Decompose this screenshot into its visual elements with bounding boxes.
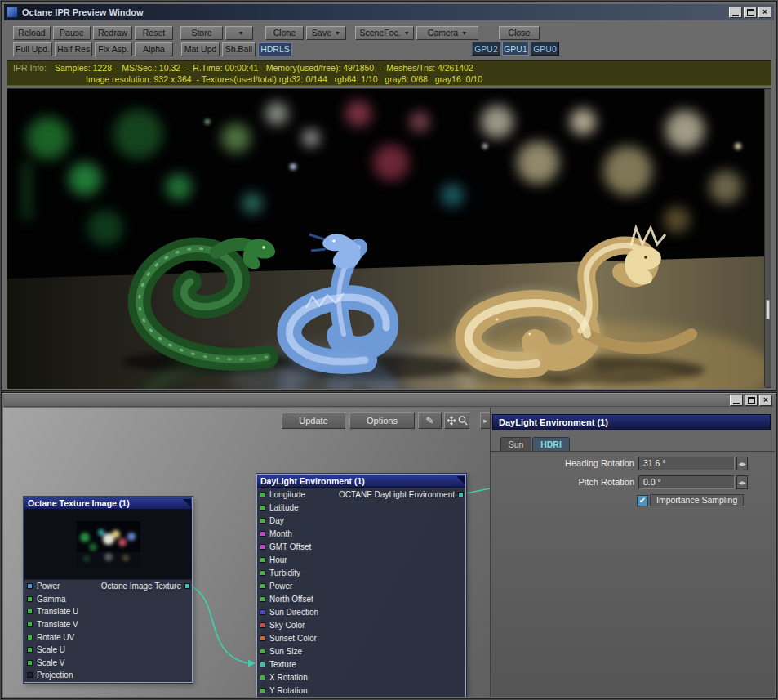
alpha-button[interactable]: Alpha (135, 42, 173, 56)
sh-ball-button[interactable]: Sh.Ball (222, 42, 256, 56)
clone-button[interactable]: Clone (265, 26, 304, 40)
heading-rotation-stepper[interactable]: ◀▶ (736, 457, 748, 470)
input-port[interactable] (260, 505, 265, 511)
importance-sampling-checkbox[interactable]: ✔ (637, 495, 648, 506)
heading-rotation-input[interactable]: 31.6 ° (638, 457, 735, 470)
node-input-row[interactable]: Translate U (24, 605, 192, 618)
node-input-row[interactable]: Sun Size (257, 644, 465, 658)
redraw-button[interactable]: Redraw (93, 26, 132, 40)
input-port[interactable] (27, 583, 33, 589)
node-input-row[interactable]: North Offset (257, 592, 465, 605)
tab-sun[interactable]: Sun (500, 437, 531, 451)
close-button[interactable]: Close (499, 26, 540, 40)
input-port[interactable] (260, 583, 265, 589)
ipr-titlebar[interactable]: Octane IPR Preview Window × (4, 4, 774, 20)
node-input-row[interactable]: Turbidity (257, 566, 465, 579)
gpu0-button[interactable]: GPU0 (531, 42, 559, 56)
close-icon[interactable]: × (758, 7, 771, 18)
maximize-icon[interactable] (744, 7, 757, 18)
node-input-row[interactable]: Month (257, 527, 465, 540)
node-input-row[interactable]: Scale U (24, 644, 192, 657)
input-port[interactable] (260, 492, 265, 497)
input-port[interactable] (260, 544, 265, 550)
tab-hdri[interactable]: HDRI (532, 437, 570, 451)
input-port[interactable] (260, 688, 265, 693)
gpu2-button[interactable]: GPU2 (472, 42, 500, 56)
node-input-row[interactable]: Texture (257, 658, 465, 671)
node-input-row[interactable]: Sunset Color (257, 631, 465, 644)
input-port[interactable] (260, 570, 265, 576)
preview-scrollbar[interactable] (764, 89, 771, 387)
node-input-row[interactable]: Hour (257, 553, 465, 566)
reload-button[interactable]: Reload (13, 26, 51, 40)
node-collapse-icon[interactable] (456, 476, 465, 484)
input-port[interactable] (27, 635, 33, 640)
update-button[interactable]: Update (282, 412, 345, 429)
output-port[interactable] (458, 492, 464, 497)
mat-upd-button[interactable]: Mat Upd (181, 42, 220, 56)
node-input-row[interactable]: Sky Color (257, 618, 465, 631)
node-output[interactable]: Octane Image Texture (101, 580, 190, 593)
input-port[interactable] (260, 518, 265, 524)
save-button[interactable]: Save▼ (306, 26, 346, 40)
node-input-row[interactable]: Day (257, 514, 465, 527)
fix-asp-button[interactable]: Fix Asp. (95, 42, 132, 56)
input-port[interactable] (260, 596, 265, 602)
input-port[interactable] (260, 635, 265, 641)
camera-button[interactable]: Camera▼ (416, 26, 478, 40)
node-titlebar[interactable]: Octane Texture Image (1) (24, 497, 192, 510)
input-port[interactable] (260, 609, 265, 615)
full-upd-button[interactable]: Full Upd. (13, 42, 52, 56)
input-port[interactable] (260, 662, 265, 667)
node-input-row[interactable]: GMT Offset (257, 540, 465, 553)
editor-titlebar[interactable]: × (4, 395, 774, 407)
node-input-row[interactable]: Gamma (24, 593, 192, 606)
input-port[interactable] (260, 649, 265, 654)
window-controls: × (730, 395, 772, 406)
input-port[interactable] (27, 609, 33, 614)
input-port[interactable] (260, 557, 265, 563)
node-daylight-environment[interactable]: DayLight Environment (1) Longitude Latit… (256, 474, 466, 697)
input-port[interactable] (27, 596, 33, 602)
node-input-row[interactable]: Power (257, 579, 465, 592)
node-input-row[interactable]: Rotate UV (24, 631, 192, 644)
pitch-rotation-input[interactable]: 0.0 ° (638, 475, 735, 489)
input-port[interactable] (27, 622, 33, 627)
maximize-icon[interactable] (745, 395, 758, 406)
store-dropdown-button[interactable]: ▼ (225, 26, 253, 40)
half-res-button[interactable]: Half Res (55, 42, 92, 56)
pitch-rotation-stepper[interactable]: ◀▶ (736, 475, 748, 489)
input-port[interactable] (260, 531, 265, 537)
gpu1-button[interactable]: GPU1 (502, 42, 529, 56)
node-input-row[interactable]: Scale V (24, 657, 192, 670)
output-port[interactable] (184, 583, 190, 589)
minimize-icon[interactable] (729, 7, 742, 18)
scenefoc-button[interactable]: SceneFoc.▼ (355, 26, 414, 40)
node-input-row[interactable]: Y Rotation (257, 684, 465, 697)
store-button[interactable]: Store (180, 26, 223, 40)
importance-sampling-label[interactable]: Importance Sampling (650, 494, 744, 506)
node-input-row[interactable]: Projection (24, 669, 192, 682)
node-input-row[interactable]: Latitude (257, 501, 465, 514)
input-port[interactable] (260, 622, 265, 628)
hdrls-button[interactable]: HDRLS (258, 42, 292, 56)
node-collapse-icon[interactable] (183, 499, 191, 507)
options-button[interactable]: Options (349, 412, 415, 429)
close-icon[interactable]: × (759, 395, 772, 406)
node-output[interactable]: OCTANE DayLight Environment (339, 488, 464, 501)
reset-button[interactable]: Reset (135, 26, 173, 40)
input-port[interactable] (27, 647, 33, 653)
input-port[interactable] (27, 672, 33, 678)
input-port[interactable] (27, 660, 33, 666)
input-port[interactable] (260, 675, 265, 680)
minimize-icon[interactable] (730, 395, 743, 406)
node-input-row[interactable]: Sun Direction (257, 605, 465, 618)
pause-button[interactable]: Pause (53, 26, 91, 40)
pan-zoom-button[interactable] (444, 412, 469, 429)
preview-scrollbar-thumb[interactable] (766, 300, 770, 319)
node-input-row[interactable]: Translate V (24, 618, 192, 631)
node-input-row[interactable]: X Rotation (257, 671, 465, 684)
edit-tool-button[interactable]: ✎ (418, 412, 442, 429)
node-octane-texture-image[interactable]: Octane Texture Image (1) (24, 497, 193, 683)
node-titlebar[interactable]: DayLight Environment (1) (257, 475, 465, 488)
